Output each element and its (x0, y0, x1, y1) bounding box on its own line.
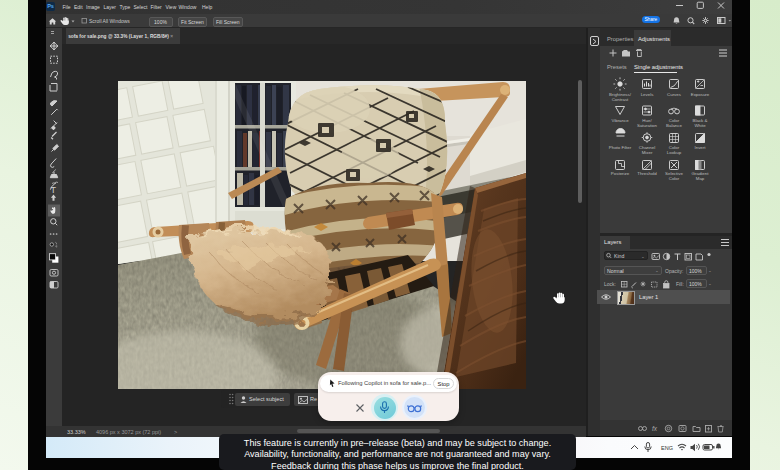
svg-text:ENG: ENG (661, 445, 673, 451)
svg-text:T: T (51, 185, 57, 195)
svg-text:fx: fx (652, 425, 658, 432)
